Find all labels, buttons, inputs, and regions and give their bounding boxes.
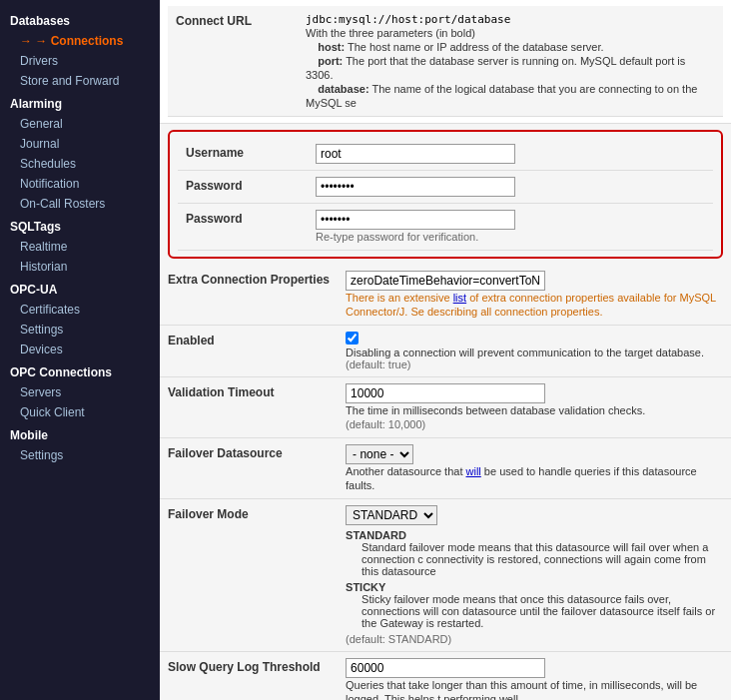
sidebar-item-quick-client[interactable]: Quick Client xyxy=(0,402,160,422)
sidebar-item-historian[interactable]: Historian xyxy=(0,257,160,277)
slow-query-row: Slow Query Log Threshold Queries that ta… xyxy=(160,652,731,701)
failover-mode-default: (default: STANDARD) xyxy=(346,633,723,645)
failover-datasource-will-link[interactable]: will xyxy=(466,465,481,477)
connect-url-host-bold: host: xyxy=(318,41,345,53)
sidebar-item-drivers[interactable]: Drivers xyxy=(0,51,160,71)
sidebar-item-on-call-rosters[interactable]: On-Call Rosters xyxy=(0,194,160,214)
sidebar-item-schedules[interactable]: Schedules xyxy=(0,154,160,174)
sidebar-item-devices[interactable]: Devices xyxy=(0,340,160,359)
slow-query-help: Queries that take longer than this amoun… xyxy=(346,679,697,700)
sidebar-section-sqltags: SQLTags xyxy=(0,214,160,237)
password-input[interactable] xyxy=(316,177,515,197)
failover-mode-value-cell: STANDARD STICKY STANDARD Standard failov… xyxy=(338,499,731,652)
sidebar-section-databases: Databases xyxy=(0,8,160,31)
sidebar-item-notification[interactable]: Notification xyxy=(0,174,160,194)
sidebar-item-settings[interactable]: Settings xyxy=(0,320,160,340)
sidebar-item-store-and-forward[interactable]: Store and Forward xyxy=(0,71,160,91)
enabled-default: (default: true) xyxy=(346,358,723,370)
extra-props-input[interactable] xyxy=(346,271,545,291)
enabled-checkbox-row xyxy=(346,332,723,345)
enabled-value-cell: Disabling a connection will prevent comm… xyxy=(338,326,731,377)
connect-url-label: Connect URL xyxy=(168,6,298,117)
username-label: Username xyxy=(178,138,308,171)
validation-timeout-default: (default: 10,000) xyxy=(346,418,425,430)
sidebar-item-journal[interactable]: Journal xyxy=(0,134,160,154)
password-label: Password xyxy=(178,171,308,204)
validation-timeout-value-cell: The time in milliseconds between databas… xyxy=(338,377,731,438)
failover-datasource-label: Failover Datasource xyxy=(160,438,338,499)
connect-url-port-bold: port: xyxy=(318,55,343,67)
validation-timeout-label: Validation Timeout xyxy=(160,377,338,438)
slow-query-value-cell: Queries that take longer than this amoun… xyxy=(338,652,731,701)
sidebar-item-servers[interactable]: Servers xyxy=(0,382,160,402)
slow-query-label: Slow Query Log Threshold xyxy=(160,652,338,701)
username-input[interactable] xyxy=(316,144,515,164)
sidebar-item-connections[interactable]: → Connections xyxy=(0,31,160,51)
main-form-table: Extra Connection Properties There is an … xyxy=(160,265,731,700)
failover-mode-standard-section: STANDARD Standard failover mode means th… xyxy=(346,529,723,577)
sidebar-section-opc-connections: OPC Connections xyxy=(0,359,160,382)
failover-mode-sticky-section: STICKY Sticky failover mode means that o… xyxy=(346,581,723,629)
failover-mode-sticky-desc: Sticky failover mode means that once thi… xyxy=(362,593,723,629)
extra-props-link[interactable]: list xyxy=(453,292,466,304)
connect-url-value: jdbc:mysql://host:port/database With the… xyxy=(298,6,723,117)
connect-url-port-help: port: The port that the database server … xyxy=(306,55,685,81)
main-content: Connect URL jdbc:mysql://host:port/datab… xyxy=(160,0,731,700)
sidebar-item-realtime[interactable]: Realtime xyxy=(0,237,160,257)
extra-props-label: Extra Connection Properties xyxy=(160,265,338,326)
failover-datasource-row: Failover Datasource - none - Another dat… xyxy=(160,438,731,499)
validation-timeout-row: Validation Timeout The time in milliseco… xyxy=(160,377,731,438)
password2-input[interactable] xyxy=(316,210,515,230)
connect-url-database-bold: database: xyxy=(318,83,368,95)
enabled-row: Enabled Disabling a connection will prev… xyxy=(160,326,731,377)
failover-datasource-help: Another datasource that will be used to … xyxy=(346,465,697,491)
connect-url-host-help: host: The host name or IP address of the… xyxy=(306,41,604,53)
password-value-cell xyxy=(308,171,713,204)
validation-timeout-help: The time in milliseconds between databas… xyxy=(346,404,645,416)
enabled-label: Enabled xyxy=(160,326,338,377)
connect-url-help: With the three parameters (in bold) xyxy=(306,27,475,39)
password2-label: Password xyxy=(178,204,308,251)
connect-url-section: Connect URL jdbc:mysql://host:port/datab… xyxy=(160,0,731,124)
sidebar-item-certificates[interactable]: Certificates xyxy=(0,300,160,320)
password2-value-cell: Re-type password for verification. xyxy=(308,204,713,251)
username-value-cell xyxy=(308,138,713,171)
connect-url-port-desc: The port that the database server is run… xyxy=(306,55,685,81)
sidebar: Databases→ ConnectionsDriversStore and F… xyxy=(0,0,160,700)
connect-url-text: jdbc:mysql://host:port/database xyxy=(306,13,510,26)
failover-datasource-value-cell: - none - Another datasource that will be… xyxy=(338,438,731,499)
connect-url-database-help: database: The name of the logical databa… xyxy=(306,83,697,109)
slow-query-input[interactable] xyxy=(346,658,545,678)
failover-mode-standard-desc: Standard failover mode means that this d… xyxy=(362,541,723,577)
failover-mode-row: Failover Mode STANDARD STICKY STANDARD S… xyxy=(160,499,731,652)
credentials-highlight-box: Username Password Password Re-type passw… xyxy=(168,130,723,259)
failover-mode-label: Failover Mode xyxy=(160,499,338,652)
sidebar-section-alarming: Alarming xyxy=(0,91,160,114)
failover-datasource-select[interactable]: - none - xyxy=(346,444,413,464)
extra-props-help: There is an extensive list of extra conn… xyxy=(346,292,716,318)
enabled-help: Disabling a connection will prevent comm… xyxy=(346,347,723,358)
sidebar-item-general[interactable]: General xyxy=(0,114,160,134)
connect-url-host-desc: The host name or IP address of the datab… xyxy=(348,41,604,53)
extra-props-value-cell: There is an extensive list of extra conn… xyxy=(338,265,731,326)
sidebar-section-mobile: Mobile xyxy=(0,422,160,445)
extra-props-row: Extra Connection Properties There is an … xyxy=(160,265,731,326)
sidebar-item-settings[interactable]: Settings xyxy=(0,445,160,465)
failover-mode-sticky-title: STICKY xyxy=(346,581,385,593)
sidebar-section-opc-ua: OPC-UA xyxy=(0,277,160,300)
failover-mode-select[interactable]: STANDARD STICKY xyxy=(346,505,437,525)
failover-mode-standard-title: STANDARD xyxy=(346,529,406,541)
validation-timeout-input[interactable] xyxy=(346,383,545,403)
retype-password-hint: Re-type password for verification. xyxy=(316,231,478,243)
enabled-checkbox[interactable] xyxy=(346,332,359,345)
